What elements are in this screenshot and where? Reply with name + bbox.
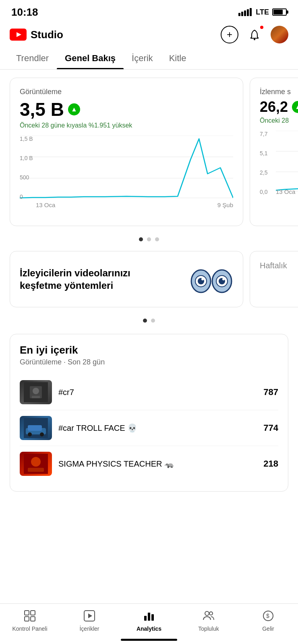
svg-rect-39 xyxy=(151,614,154,621)
watchtime-value: 26,2 xyxy=(260,99,288,115)
content-item-cr7[interactable]: #cr7 787 xyxy=(20,374,278,410)
bell-icon xyxy=(248,29,261,41)
stats-cards-area: Görüntüleme 3,5 B ▲ Önceki 28 güne kıyas… xyxy=(0,71,298,232)
y-label-1: 1,5 B xyxy=(20,136,36,142)
youtube-logo-icon xyxy=(10,29,27,41)
y-label-4: 0 xyxy=(20,193,36,200)
signal-bars-icon xyxy=(238,8,252,16)
svg-rect-37 xyxy=(144,616,147,621)
discovery-dots-indicator xyxy=(0,314,298,326)
nav-icerikler[interactable]: İçerikler xyxy=(60,609,119,632)
discovery-card[interactable]: İzleyicilerin videolarınızı keşfetme yön… xyxy=(10,251,243,307)
chart-y-labels: 1,5 B 1,0 B 500 0 xyxy=(20,136,36,200)
nav-gelir-label: Gelir xyxy=(262,625,274,632)
thumbnail-car xyxy=(20,416,52,440)
x-label-start: 13 Oca xyxy=(36,202,55,208)
svg-point-21 xyxy=(33,388,39,394)
best-content-title: En iyi içerik xyxy=(20,344,278,356)
wt-x1: 13 Oca xyxy=(276,188,295,195)
nav-kontrol-paneli[interactable]: Kontrol Paneli xyxy=(0,609,60,632)
thumbnail-cr7 xyxy=(20,380,52,404)
wt-y3: 2,5 xyxy=(260,169,276,176)
notification-button[interactable] xyxy=(246,26,263,43)
svg-rect-22 xyxy=(32,396,40,398)
content-title-sigma: SIGMA PHYSICS TEACHER 🦡 xyxy=(58,459,257,469)
content-count-car: 774 xyxy=(263,423,278,433)
discovery-cards-area: İzleyicilerin videolarınızı keşfetme yön… xyxy=(0,245,298,314)
views-label: Görüntüleme xyxy=(20,88,233,96)
views-subtitle: Önceki 28 güne kıyasla %1.951 yüksek xyxy=(20,122,233,129)
thumb-sigma-image xyxy=(24,454,48,474)
header: Studio + xyxy=(0,22,298,47)
content-item-car[interactable]: #car TROLL FACE 💀 774 xyxy=(20,410,278,446)
content-title-cr7: #cr7 xyxy=(58,388,257,397)
add-button[interactable]: + xyxy=(221,26,238,43)
avatar[interactable] xyxy=(271,26,288,43)
wt-y2: 5,1 xyxy=(260,150,276,156)
status-bar: 10:18 LTE xyxy=(0,0,298,22)
watchtime-value-row: 26,2 ▲ xyxy=(260,99,298,115)
status-time: 10:18 xyxy=(11,6,38,19)
tab-trendler[interactable]: Trendler xyxy=(8,47,57,69)
cards-row: Görüntüleme 3,5 B ▲ Önceki 28 güne kıyas… xyxy=(0,78,298,226)
nav-analytics[interactable]: Analytics xyxy=(119,609,179,632)
disc-dot-1 xyxy=(143,319,147,323)
y-label-2: 1,0 B xyxy=(20,155,36,161)
svg-marker-36 xyxy=(88,613,92,618)
watchtime-subtitle: Önceki 28 xyxy=(260,117,298,124)
eyes-icon xyxy=(189,263,233,295)
chart-svg xyxy=(20,136,233,200)
svg-point-18 xyxy=(222,278,225,280)
people-icon xyxy=(201,609,216,623)
plus-icon: + xyxy=(227,29,232,40)
nav-topluluk[interactable]: Topluluk xyxy=(179,609,238,632)
dollar-icon: $ xyxy=(261,609,275,623)
chart-bar-icon xyxy=(142,609,156,623)
watchtime-stats-card: İzlenme s 26,2 ▲ Önceki 28 7,7 5,1 2,5 0… xyxy=(250,78,298,226)
dot-2 xyxy=(147,237,151,241)
tab-icerik[interactable]: İçerik xyxy=(124,47,161,69)
battery-icon xyxy=(272,8,287,16)
svg-point-2 xyxy=(254,39,255,40)
status-icons: LTE xyxy=(238,8,287,16)
tab-kitle[interactable]: Kitle xyxy=(161,47,195,69)
content-item-sigma[interactable]: SIGMA PHYSICS TEACHER 🦡 218 xyxy=(20,446,278,481)
svg-rect-34 xyxy=(31,617,35,621)
thumbnail-sigma xyxy=(20,452,52,476)
discovery-text: İzleyicilerin videolarınızı keşfetme yön… xyxy=(20,267,149,292)
tab-genel-bakis[interactable]: Genel Bakış xyxy=(57,47,124,69)
studio-label: Studio xyxy=(31,29,63,41)
header-actions: + xyxy=(221,26,288,43)
discovery-cards-row: İzleyicilerin videolarınızı keşfetme yön… xyxy=(0,251,298,307)
views-chart: 1,5 B 1,0 B 500 0 xyxy=(20,136,233,216)
best-content-subtitle: Görüntüleme · Son 28 gün xyxy=(20,358,278,366)
svg-rect-38 xyxy=(148,613,150,621)
watchtime-chart: 7,7 5,1 2,5 0,0 13 Oca xyxy=(260,131,298,195)
svg-rect-25 xyxy=(28,425,42,431)
nav-gelir[interactable]: $ Gelir xyxy=(238,609,298,632)
content-count-cr7: 787 xyxy=(263,387,278,397)
weekly-card[interactable]: Haftalık xyxy=(250,251,298,307)
svg-rect-30 xyxy=(28,468,44,472)
nav-tabs: Trendler Genel Bakış İçerik Kitle xyxy=(0,47,298,70)
views-value: 3,5 B xyxy=(20,99,64,120)
grid-icon xyxy=(23,609,37,623)
svg-rect-32 xyxy=(31,611,35,615)
nav-kontrol-label: Kontrol Paneli xyxy=(12,625,47,632)
svg-point-14 xyxy=(201,278,204,280)
watchtime-chart-svg xyxy=(276,131,298,193)
disc-dot-2 xyxy=(151,319,155,323)
views-stats-card: Görüntüleme 3,5 B ▲ Önceki 28 güne kıyas… xyxy=(10,78,243,226)
views-value-row: 3,5 B ▲ xyxy=(20,99,233,120)
play-icon xyxy=(82,609,97,623)
bottom-nav: Kontrol Paneli İçerikler Analytics xyxy=(0,603,298,644)
thumb-car-image xyxy=(24,418,48,438)
logo-area: Studio xyxy=(10,29,63,41)
weekly-label: Haftalık xyxy=(260,261,287,270)
notification-badge xyxy=(259,25,264,30)
svg-point-41 xyxy=(209,612,213,615)
svg-point-27 xyxy=(40,432,44,436)
nav-icerikler-label: İçerikler xyxy=(79,625,99,632)
dot-1 xyxy=(139,237,143,241)
thumb-cr7-image xyxy=(24,382,48,402)
